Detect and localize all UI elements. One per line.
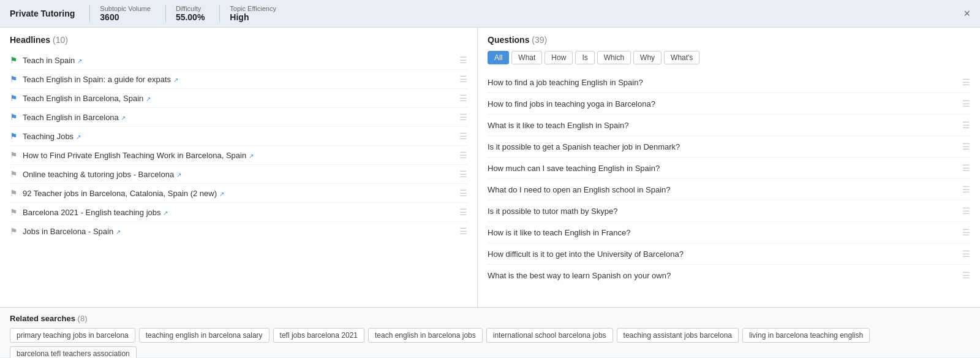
colored-page-icon: ⚑ (10, 74, 18, 84)
filter-tabs: All What How Is Which Why What's (488, 51, 970, 64)
lines-icon: ☰ (454, 226, 467, 236)
related-tag[interactable]: teaching assistant jobs barcelona (617, 328, 739, 343)
related-tag[interactable]: living in barcelona teaching english (742, 328, 870, 343)
related-tag[interactable]: barcelona tefl teachers association (10, 346, 137, 358)
list-item[interactable]: What do I need to open an English school… (488, 179, 970, 200)
list-item[interactable]: ⚑ Online teaching & tutoring jobs - Barc… (10, 165, 467, 184)
question-text: Is it possible to tutor math by Skype? (488, 207, 957, 216)
headlines-title: Headlines (10) (10, 35, 467, 45)
headline-text: Teach English in Barcelona, Spain ↗ (23, 94, 454, 103)
gray-page-icon: ⚑ (10, 169, 18, 179)
filter-tab-whats[interactable]: What's (664, 51, 699, 64)
list-item[interactable]: How to find jobs in teaching yoga in Bar… (488, 93, 970, 115)
colored-page-icon: ⚑ (10, 93, 18, 103)
lines-icon: ☰ (957, 270, 970, 280)
filter-tab-which[interactable]: Which (597, 51, 631, 64)
stat-subtopic-volume: Subtopic Volume 3600 (89, 5, 151, 22)
lines-icon: ☰ (957, 163, 970, 173)
headline-text: Teach English in Spain: a guide for expa… (23, 75, 454, 84)
headline-text: Teach English in Barcelona ↗ (23, 113, 454, 122)
list-item[interactable]: What is it like to teach English in Spai… (488, 115, 970, 136)
list-item[interactable]: How to find a job teaching English in Sp… (488, 72, 970, 93)
list-item[interactable]: How difficult is it to get into the Univ… (488, 243, 970, 265)
gray-page-icon: ⚑ (10, 188, 18, 198)
list-item[interactable]: Is it possible to tutor math by Skype? ☰ (488, 200, 970, 222)
lines-icon: ☰ (454, 188, 467, 198)
colored-page-icon: ⚑ (10, 112, 18, 122)
question-text: What is it like to teach English in Spai… (488, 121, 957, 130)
lines-icon: ☰ (957, 120, 970, 130)
question-text: What do I need to open an English school… (488, 185, 957, 194)
lines-icon: ☰ (957, 185, 970, 194)
question-text: How much can I save teaching English in … (488, 164, 957, 173)
close-button[interactable]: × (963, 8, 970, 19)
lines-icon: ☰ (454, 74, 467, 84)
headline-text: How to Find Private English Teaching Wor… (23, 151, 454, 160)
stat-value-2: High (230, 12, 276, 22)
headline-text: Barcelona 2021 - English teaching jobs ↗ (23, 208, 454, 217)
stat-topic-efficiency: Topic Efficiency High (219, 5, 276, 22)
stat-label-0: Subtopic Volume (100, 5, 151, 12)
headline-text: Online teaching & tutoring jobs - Barcel… (23, 170, 454, 179)
page-title: Private Tutoring (10, 9, 75, 18)
main-content: Headlines (10) ⚑ Teach in Spain ↗ ☰ ⚑ Te… (0, 28, 980, 307)
list-item[interactable]: ⚑ Jobs in Barcelona - Spain ↗ ☰ (10, 222, 467, 240)
related-tag[interactable]: international school barcelona jobs (486, 328, 613, 343)
stat-value-0: 3600 (100, 12, 151, 22)
lines-icon: ☰ (454, 55, 467, 65)
lines-icon: ☰ (454, 112, 467, 122)
list-item[interactable]: What is the best way to learn Spanish on… (488, 265, 970, 286)
list-item[interactable]: ⚑ Teach English in Barcelona, Spain ↗ ☰ (10, 89, 467, 108)
lines-icon: ☰ (454, 150, 467, 160)
question-text: What is the best way to learn Spanish on… (488, 271, 957, 280)
questions-title: Questions (39) (488, 35, 970, 45)
list-item[interactable]: ⚑ 92 Teacher jobs in Barcelona, Cataloni… (10, 184, 467, 203)
list-item[interactable]: ⚑ Teach English in Spain: a guide for ex… (10, 70, 467, 89)
list-item[interactable]: ⚑ Teach in Spain ↗ ☰ (10, 51, 467, 70)
stat-label-1: Difficulty (176, 5, 205, 12)
list-item[interactable]: Is it possible to get a Spanish teacher … (488, 136, 970, 158)
list-item[interactable]: ⚑ Teaching Jobs ↗ ☰ (10, 127, 467, 146)
lines-icon: ☰ (957, 77, 970, 87)
stat-label-2: Topic Efficiency (230, 5, 276, 12)
question-text: How to find jobs in teaching yoga in Bar… (488, 99, 957, 109)
top-bar: Private Tutoring Subtopic Volume 3600 Di… (0, 0, 980, 28)
question-text: How is it like to teach English in Franc… (488, 228, 957, 237)
questions-panel: Questions (39) All What How Is Which Why… (478, 28, 980, 307)
related-tag[interactable]: primary teaching jobs in barcelona (10, 328, 135, 343)
filter-tab-how[interactable]: How (545, 51, 573, 64)
list-item[interactable]: How much can I save teaching English in … (488, 158, 970, 179)
lines-icon: ☰ (957, 99, 970, 109)
list-item[interactable]: ⚑ Teach English in Barcelona ↗ ☰ (10, 108, 467, 127)
related-tag[interactable]: tefl jobs barcelona 2021 (273, 328, 364, 343)
filter-tab-all[interactable]: All (488, 51, 509, 64)
list-item[interactable]: ⚑ How to Find Private English Teaching W… (10, 146, 467, 165)
filter-tab-why[interactable]: Why (633, 51, 662, 64)
lines-icon: ☰ (957, 142, 970, 151)
headline-text: Jobs in Barcelona - Spain ↗ (23, 227, 454, 236)
filter-tab-what[interactable]: What (511, 51, 542, 64)
lines-icon: ☰ (454, 131, 467, 141)
question-text: How to find a job teaching English in Sp… (488, 78, 957, 87)
headline-text: Teaching Jobs ↗ (23, 132, 454, 141)
lines-icon: ☰ (454, 169, 467, 179)
colored-page-icon: ⚑ (10, 55, 18, 65)
lines-icon: ☰ (957, 249, 970, 259)
lines-icon: ☰ (957, 206, 970, 216)
related-tag[interactable]: teaching english in barcelona salary (139, 328, 270, 343)
colored-page-icon: ⚑ (10, 131, 18, 141)
headline-text: 92 Teacher jobs in Barcelona, Catalonia,… (23, 189, 454, 198)
filter-tab-is[interactable]: Is (575, 51, 594, 64)
headline-text: Teach in Spain ↗ (23, 56, 454, 65)
related-searches-bar: Related searches (8) primary teaching jo… (0, 307, 980, 357)
question-text: Is it possible to get a Spanish teacher … (488, 142, 957, 151)
list-item[interactable]: ⚑ Barcelona 2021 - English teaching jobs… (10, 203, 467, 222)
related-title: Related searches (8) (10, 314, 970, 323)
list-item[interactable]: How is it like to teach English in Franc… (488, 222, 970, 243)
gray-page-icon: ⚑ (10, 226, 18, 236)
question-text: How difficult is it to get into the Univ… (488, 249, 957, 259)
gray-page-icon: ⚑ (10, 150, 18, 160)
lines-icon: ☰ (454, 93, 467, 103)
stat-difficulty: Difficulty 55.00% (165, 5, 205, 22)
related-tag[interactable]: teach english in barcelona jobs (368, 328, 483, 343)
